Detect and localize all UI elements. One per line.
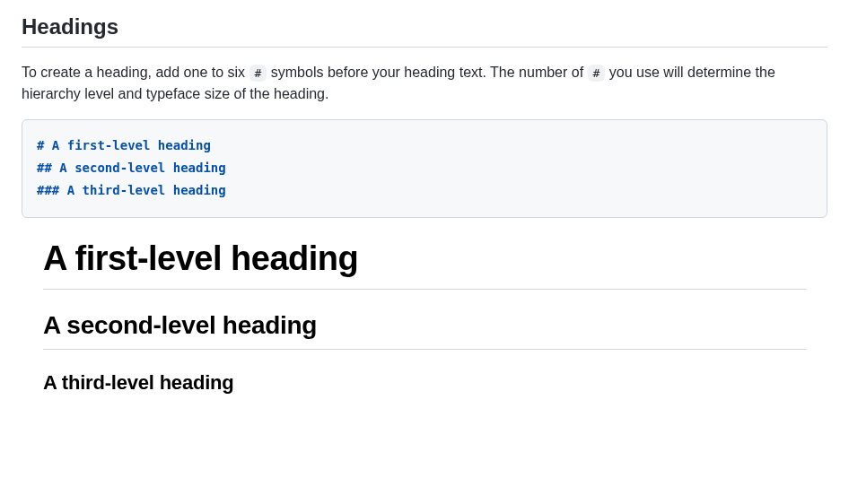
rendered-heading-2: A second-level heading [43, 311, 806, 350]
inline-code-hash-2: # [588, 65, 606, 82]
code-line-1: # A first-level heading [37, 135, 812, 157]
section-title: Headings [22, 14, 827, 48]
code-line-2: ## A second-level heading [37, 157, 812, 179]
rendered-heading-1: A first-level heading [43, 239, 806, 290]
rendered-output: A first-level heading A second-level hea… [22, 239, 827, 395]
description-text-1: To create a heading, add one to six [22, 65, 249, 80]
description-text-2: symbols before your heading text. The nu… [267, 65, 587, 80]
inline-code-hash-1: # [249, 65, 267, 82]
code-line-3: ### A third-level heading [37, 179, 812, 202]
code-block: # A first-level heading ## A second-leve… [22, 119, 827, 218]
description-paragraph: To create a heading, add one to six # sy… [22, 62, 827, 105]
rendered-heading-3: A third-level heading [43, 371, 806, 395]
